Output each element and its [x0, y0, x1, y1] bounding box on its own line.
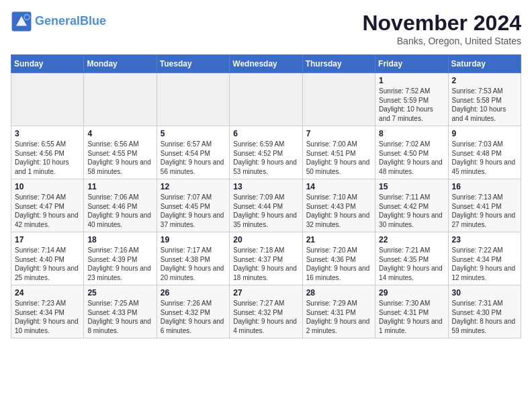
day-number: 19 [161, 235, 226, 244]
day-info: Sunrise: 7:25 AM Sunset: 4:33 PM Dayligh… [87, 299, 152, 335]
calendar-cell: 15Sunrise: 7:11 AM Sunset: 4:42 PM Dayli… [375, 179, 448, 232]
calendar-header-row: SundayMondayTuesdayWednesdayThursdayFrid… [11, 55, 521, 73]
svg-point-3 [25, 15, 29, 19]
calendar-week-1: 1Sunrise: 7:52 AM Sunset: 5:59 PM Daylig… [11, 73, 521, 126]
day-number: 15 [379, 182, 444, 191]
day-info: Sunrise: 7:31 AM Sunset: 4:30 PM Dayligh… [452, 299, 517, 335]
calendar-cell: 7Sunrise: 7:00 AM Sunset: 4:51 PM Daylig… [302, 126, 375, 179]
day-number: 1 [379, 76, 444, 85]
day-number: 9 [452, 129, 517, 138]
day-info: Sunrise: 7:09 AM Sunset: 4:44 PM Dayligh… [233, 193, 298, 229]
day-info: Sunrise: 7:02 AM Sunset: 4:50 PM Dayligh… [379, 140, 444, 176]
calendar-cell [11, 73, 84, 126]
day-number: 13 [233, 182, 298, 191]
day-info: Sunrise: 7:06 AM Sunset: 4:46 PM Dayligh… [87, 193, 152, 229]
calendar-cell: 2Sunrise: 7:53 AM Sunset: 5:58 PM Daylig… [448, 73, 521, 126]
calendar-header-monday: Monday [84, 55, 157, 73]
calendar-header-friday: Friday [375, 55, 448, 73]
calendar-cell: 14Sunrise: 7:10 AM Sunset: 4:43 PM Dayli… [302, 179, 375, 232]
calendar-header-sunday: Sunday [11, 55, 84, 73]
day-number: 12 [161, 182, 226, 191]
day-info: Sunrise: 7:26 AM Sunset: 4:32 PM Dayligh… [161, 299, 226, 335]
day-number: 24 [15, 288, 80, 298]
calendar-week-2: 3Sunrise: 6:55 AM Sunset: 4:56 PM Daylig… [11, 126, 521, 179]
calendar-cell: 1Sunrise: 7:52 AM Sunset: 5:59 PM Daylig… [375, 73, 448, 126]
day-info: Sunrise: 7:14 AM Sunset: 4:40 PM Dayligh… [15, 246, 80, 282]
calendar-header-wednesday: Wednesday [230, 55, 302, 73]
day-number: 8 [379, 129, 444, 138]
calendar-cell: 17Sunrise: 7:14 AM Sunset: 4:40 PM Dayli… [11, 232, 84, 285]
day-info: Sunrise: 7:27 AM Sunset: 4:32 PM Dayligh… [233, 299, 298, 335]
day-info: Sunrise: 6:56 AM Sunset: 4:55 PM Dayligh… [87, 140, 152, 176]
day-info: Sunrise: 7:07 AM Sunset: 4:45 PM Dayligh… [161, 193, 226, 229]
calendar-cell [302, 73, 375, 126]
page-title: November 2024 [362, 11, 521, 36]
day-info: Sunrise: 7:11 AM Sunset: 4:42 PM Dayligh… [379, 193, 444, 229]
calendar-cell: 27Sunrise: 7:27 AM Sunset: 4:32 PM Dayli… [230, 285, 302, 338]
day-info: Sunrise: 7:16 AM Sunset: 4:39 PM Dayligh… [87, 246, 152, 282]
calendar-cell: 12Sunrise: 7:07 AM Sunset: 4:45 PM Dayli… [157, 179, 229, 232]
calendar-table: SundayMondayTuesdayWednesdayThursdayFrid… [11, 54, 521, 338]
calendar-cell [84, 73, 157, 126]
calendar-cell: 9Sunrise: 7:03 AM Sunset: 4:48 PM Daylig… [448, 126, 521, 179]
calendar-header-saturday: Saturday [448, 55, 521, 73]
day-info: Sunrise: 7:21 AM Sunset: 4:35 PM Dayligh… [379, 246, 444, 282]
logo: GeneralBlue [11, 11, 106, 32]
day-number: 21 [306, 235, 371, 244]
calendar-cell: 13Sunrise: 7:09 AM Sunset: 4:44 PM Dayli… [230, 179, 302, 232]
calendar-cell: 26Sunrise: 7:26 AM Sunset: 4:32 PM Dayli… [157, 285, 229, 338]
day-number: 29 [379, 288, 444, 298]
day-number: 10 [15, 182, 80, 191]
calendar-cell: 4Sunrise: 6:56 AM Sunset: 4:55 PM Daylig… [84, 126, 157, 179]
day-number: 20 [233, 235, 298, 244]
day-info: Sunrise: 7:18 AM Sunset: 4:37 PM Dayligh… [233, 246, 298, 282]
calendar-cell: 20Sunrise: 7:18 AM Sunset: 4:37 PM Dayli… [230, 232, 302, 285]
page-header: GeneralBlue November 2024 Banks, Oregon,… [11, 11, 521, 46]
logo-text-line1: GeneralBlue [35, 15, 106, 28]
day-info: Sunrise: 7:00 AM Sunset: 4:51 PM Dayligh… [306, 140, 371, 176]
day-number: 27 [233, 288, 298, 298]
calendar-cell: 30Sunrise: 7:31 AM Sunset: 4:30 PM Dayli… [448, 285, 521, 338]
day-info: Sunrise: 7:29 AM Sunset: 4:31 PM Dayligh… [306, 299, 371, 335]
day-info: Sunrise: 7:17 AM Sunset: 4:38 PM Dayligh… [161, 246, 226, 282]
day-number: 14 [306, 182, 371, 191]
day-number: 5 [161, 129, 226, 138]
day-info: Sunrise: 7:13 AM Sunset: 4:41 PM Dayligh… [452, 193, 517, 229]
calendar-week-5: 24Sunrise: 7:23 AM Sunset: 4:34 PM Dayli… [11, 285, 521, 338]
day-info: Sunrise: 7:10 AM Sunset: 4:43 PM Dayligh… [306, 193, 371, 229]
calendar-cell: 28Sunrise: 7:29 AM Sunset: 4:31 PM Dayli… [302, 285, 375, 338]
day-info: Sunrise: 7:04 AM Sunset: 4:47 PM Dayligh… [15, 193, 80, 229]
calendar-cell: 19Sunrise: 7:17 AM Sunset: 4:38 PM Dayli… [157, 232, 229, 285]
calendar-cell: 24Sunrise: 7:23 AM Sunset: 4:34 PM Dayli… [11, 285, 84, 338]
calendar-cell: 3Sunrise: 6:55 AM Sunset: 4:56 PM Daylig… [11, 126, 84, 179]
day-info: Sunrise: 7:23 AM Sunset: 4:34 PM Dayligh… [15, 299, 80, 335]
day-number: 6 [233, 129, 298, 138]
day-number: 28 [306, 288, 371, 298]
calendar-cell: 5Sunrise: 6:57 AM Sunset: 4:54 PM Daylig… [157, 126, 229, 179]
calendar-cell: 6Sunrise: 6:59 AM Sunset: 4:52 PM Daylig… [230, 126, 302, 179]
calendar-header-tuesday: Tuesday [157, 55, 229, 73]
calendar-cell [230, 73, 302, 126]
day-number: 26 [161, 288, 226, 298]
calendar-cell [157, 73, 229, 126]
calendar-cell: 18Sunrise: 7:16 AM Sunset: 4:39 PM Dayli… [84, 232, 157, 285]
day-info: Sunrise: 6:59 AM Sunset: 4:52 PM Dayligh… [233, 140, 298, 176]
day-number: 22 [379, 235, 444, 244]
day-number: 17 [15, 235, 80, 244]
day-number: 16 [452, 182, 517, 191]
day-info: Sunrise: 7:03 AM Sunset: 4:48 PM Dayligh… [452, 140, 517, 176]
title-area: November 2024 Banks, Oregon, United Stat… [362, 11, 521, 46]
day-info: Sunrise: 7:30 AM Sunset: 4:31 PM Dayligh… [379, 299, 444, 335]
calendar-header-thursday: Thursday [302, 55, 375, 73]
day-info: Sunrise: 7:22 AM Sunset: 4:34 PM Dayligh… [452, 246, 517, 282]
day-number: 23 [452, 235, 517, 244]
day-number: 18 [87, 235, 152, 244]
day-info: Sunrise: 7:53 AM Sunset: 5:58 PM Dayligh… [452, 87, 517, 123]
page-subtitle: Banks, Oregon, United States [362, 36, 521, 46]
calendar-cell: 23Sunrise: 7:22 AM Sunset: 4:34 PM Dayli… [448, 232, 521, 285]
calendar-week-4: 17Sunrise: 7:14 AM Sunset: 4:40 PM Dayli… [11, 232, 521, 285]
day-number: 7 [306, 129, 371, 138]
calendar-cell: 8Sunrise: 7:02 AM Sunset: 4:50 PM Daylig… [375, 126, 448, 179]
calendar-cell: 29Sunrise: 7:30 AM Sunset: 4:31 PM Dayli… [375, 285, 448, 338]
day-info: Sunrise: 6:55 AM Sunset: 4:56 PM Dayligh… [15, 140, 80, 176]
